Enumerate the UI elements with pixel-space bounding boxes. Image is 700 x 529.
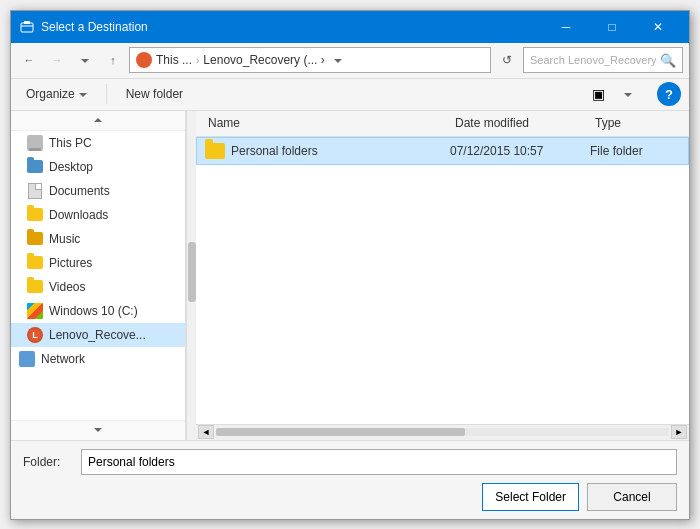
svg-rect-1 <box>24 21 30 24</box>
forward-button[interactable]: → <box>45 48 69 72</box>
svg-rect-0 <box>21 23 33 32</box>
scrollbar-thumb <box>188 242 196 302</box>
minimize-button[interactable]: ─ <box>543 11 589 43</box>
downloads-icon <box>27 207 43 223</box>
file-type-0: File folder <box>590 144 680 158</box>
up-directory-button[interactable]: ↑ <box>101 48 125 72</box>
sidebar-scroll-down[interactable] <box>11 420 185 440</box>
sidebar-scroll-up[interactable] <box>11 111 185 131</box>
path-dropdown-button[interactable] <box>331 54 345 67</box>
sidebar-item-videos[interactable]: Videos <box>11 275 185 299</box>
sidebar-item-documents[interactable]: Documents <box>11 179 185 203</box>
sidebar-down-icon <box>94 428 102 432</box>
sidebar-item-windows[interactable]: Windows 10 (C:) <box>11 299 185 323</box>
up-icon: ↑ <box>110 54 116 66</box>
recent-locations-button[interactable] <box>73 48 97 72</box>
column-header-type[interactable]: Type <box>591 116 681 130</box>
sidebar-item-music-label: Music <box>49 232 80 246</box>
folder-label: Folder: <box>23 455 73 469</box>
sidebar-item-desktop-label: Desktop <box>49 160 93 174</box>
dialog-title: Select a Destination <box>41 20 543 34</box>
sidebar-item-music[interactable]: Music <box>11 227 185 251</box>
sidebar-item-thispc[interactable]: This PC <box>11 131 185 155</box>
close-button[interactable]: ✕ <box>635 11 681 43</box>
sidebar-item-documents-label: Documents <box>49 184 110 198</box>
sidebar-item-recovery[interactable]: L Lenovo_Recove... <box>11 323 185 347</box>
recent-icon <box>81 54 89 66</box>
path-this: This ... <box>156 53 192 67</box>
file-list-header: Name Date modified Type <box>196 111 689 137</box>
search-placeholder: Search Lenovo_Recovery (Q:) <box>530 54 656 66</box>
search-box[interactable]: Search Lenovo_Recovery (Q:) 🔍 <box>523 47 683 73</box>
select-folder-button[interactable]: Select Folder <box>482 483 579 511</box>
folder-input[interactable] <box>81 449 677 475</box>
sidebar-item-pictures[interactable]: Pictures <box>11 251 185 275</box>
view-icon: ▣ <box>592 86 605 102</box>
back-button[interactable]: ← <box>17 48 41 72</box>
folder-row: Folder: <box>23 449 677 475</box>
address-bar: ← → ↑ This ... › Lenovo_Recovery (... › … <box>11 43 689 79</box>
sidebar-item-downloads[interactable]: Downloads <box>11 203 185 227</box>
hscroll-left-button[interactable]: ◄ <box>198 425 214 439</box>
file-date-0: 07/12/2015 10:57 <box>450 144 590 158</box>
title-bar-controls: ─ □ ✕ <box>543 11 681 43</box>
desktop-icon <box>27 159 43 175</box>
button-row: Select Folder Cancel <box>23 483 677 511</box>
view-dropdown-button[interactable] <box>615 81 641 107</box>
column-header-date[interactable]: Date modified <box>451 116 591 130</box>
hscroll-right-button[interactable]: ► <box>671 425 687 439</box>
hscroll-track <box>216 428 669 436</box>
sidebar-item-recovery-label: Lenovo_Recove... <box>49 328 146 342</box>
dialog: Select a Destination ─ □ ✕ ← → ↑ This ..… <box>10 10 690 520</box>
refresh-button[interactable]: ↺ <box>495 48 519 72</box>
sidebar-item-pictures-label: Pictures <box>49 256 92 270</box>
sidebar-item-windows-label: Windows 10 (C:) <box>49 304 138 318</box>
back-icon: ← <box>24 54 35 66</box>
sidebar-item-network-label: Network <box>41 352 85 366</box>
file-list: Personal folders 07/12/2015 10:57 File f… <box>196 137 689 424</box>
toolbar: Organize New folder ▣ ? <box>11 79 689 111</box>
music-icon <box>27 231 43 247</box>
path-sep1: › <box>196 55 199 66</box>
forward-icon: → <box>52 54 63 66</box>
toolbar-right: ▣ ? <box>585 81 681 107</box>
sidebar-item-thispc-label: This PC <box>49 136 92 150</box>
videos-icon <box>27 279 43 295</box>
view-chevron-icon <box>624 87 632 101</box>
sidebar-up-icon <box>94 118 102 122</box>
sidebar-item-desktop[interactable]: Desktop <box>11 155 185 179</box>
toolbar-separator <box>106 84 107 104</box>
horizontal-scrollbar: ◄ ► <box>196 424 689 440</box>
organize-button[interactable]: Organize <box>19 83 94 105</box>
organize-label: Organize <box>26 87 75 101</box>
cancel-button[interactable]: Cancel <box>587 483 677 511</box>
file-area: Name Date modified Type Personal folders… <box>196 111 689 440</box>
recovery-icon: L <box>27 327 43 343</box>
sidebar-item-videos-label: Videos <box>49 280 85 294</box>
maximize-button[interactable]: □ <box>589 11 635 43</box>
title-bar-icon <box>19 19 35 35</box>
windows-icon <box>27 303 43 319</box>
address-path[interactable]: This ... › Lenovo_Recovery (... › <box>129 47 491 73</box>
sidebar: This PC Desktop Documents <box>11 111 186 440</box>
scrollbar-track <box>187 111 196 440</box>
column-header-name[interactable]: Name <box>204 116 451 130</box>
network-icon <box>19 351 35 367</box>
sidebar-item-network[interactable]: Network <box>11 347 185 371</box>
help-button[interactable]: ? <box>657 82 681 106</box>
file-name-0: Personal folders <box>231 144 450 158</box>
pictures-icon <box>27 255 43 271</box>
content-area: This PC Desktop Documents <box>11 111 689 440</box>
path-lenovo: Lenovo_Recovery (... › <box>203 53 324 67</box>
sidebar-scroll-area: This PC Desktop Documents <box>11 131 185 420</box>
thispc-icon <box>27 135 43 151</box>
sidebar-scrollbar[interactable] <box>186 111 196 440</box>
new-folder-button[interactable]: New folder <box>119 83 190 105</box>
hscroll-thumb[interactable] <box>216 428 465 436</box>
title-bar: Select a Destination ─ □ ✕ <box>11 11 689 43</box>
search-icon: 🔍 <box>660 53 676 68</box>
file-item-0[interactable]: Personal folders 07/12/2015 10:57 File f… <box>196 137 689 165</box>
view-toggle-button[interactable]: ▣ <box>585 81 611 107</box>
organize-dropdown-icon <box>79 87 87 101</box>
sidebar-item-downloads-label: Downloads <box>49 208 108 222</box>
